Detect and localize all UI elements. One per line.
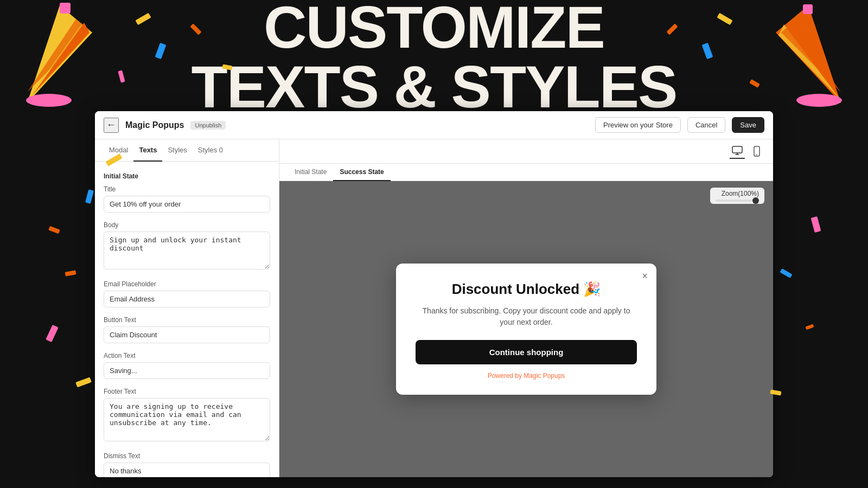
powered-by: Powered by Magic Popups <box>416 372 637 380</box>
field-group-email-placeholder: Email Placeholder <box>104 280 270 307</box>
confetti-9 <box>749 79 760 88</box>
hero-line1: CUSTOMIZE <box>264 0 604 57</box>
svg-rect-11 <box>803 4 813 14</box>
email-placeholder-input[interactable] <box>104 291 270 307</box>
field-label-title: Title <box>104 185 270 193</box>
svg-point-10 <box>796 94 842 107</box>
continue-shopping-button[interactable]: Continue shopping <box>416 340 637 364</box>
tab-texts[interactable]: Texts <box>133 139 162 162</box>
confetti-outer-6 <box>780 268 792 278</box>
field-label-dismiss-text: Dismiss Text <box>104 452 270 460</box>
field-label-email-placeholder: Email Placeholder <box>104 280 270 288</box>
mobile-device-btn[interactable] <box>749 144 764 159</box>
field-group-body: Body <box>104 221 270 272</box>
preview-topbar <box>279 139 773 164</box>
right-panel: Initial State Success State Zoom(100%) <box>279 139 773 477</box>
preview-state-tabs: Initial State Success State <box>279 164 773 181</box>
confetti-2 <box>155 43 167 59</box>
confetti-1 <box>135 13 151 25</box>
confetti-outer-9 <box>811 216 821 233</box>
party-hat-left <box>5 0 92 108</box>
field-group-footer-text: Footer Text <box>104 388 270 444</box>
field-label-button-text: Button Text <box>104 316 270 324</box>
action-text-input[interactable] <box>104 362 270 379</box>
field-group-button-text: Button Text <box>104 316 270 343</box>
back-button[interactable]: ← <box>104 118 119 133</box>
preview-button[interactable]: Preview on your Store <box>595 117 681 133</box>
zoom-indicator: Zoom(100%) <box>710 188 764 204</box>
confetti-outer-4 <box>46 325 59 342</box>
state-tab-success[interactable]: Success State <box>333 164 390 181</box>
confetti-4 <box>118 70 125 82</box>
zoom-slider-thumb[interactable] <box>752 197 759 204</box>
confetti-outer-5 <box>75 377 92 388</box>
button-text-input[interactable] <box>104 326 270 343</box>
footer-text-textarea[interactable] <box>104 398 270 441</box>
save-button[interactable]: Save <box>732 117 764 133</box>
left-panel: Modal Texts Styles Styles 0 Initial Stat… <box>95 139 279 477</box>
field-group-action-text: Action Text <box>104 352 270 379</box>
cancel-button[interactable]: Cancel <box>687 117 725 133</box>
popup-title: Discount Unlocked 🎉 <box>416 281 637 298</box>
tab-styles-0[interactable]: Styles 0 <box>193 139 228 162</box>
svg-point-14 <box>756 155 757 156</box>
tab-styles[interactable]: Styles <box>162 139 192 162</box>
status-badge[interactable]: Unpublish <box>190 121 226 130</box>
content-area: Modal Texts Styles Styles 0 Initial Stat… <box>95 139 773 477</box>
body-textarea[interactable] <box>104 232 270 269</box>
left-panel-content: Initial State Title Body Email Placehold… <box>95 162 279 477</box>
svg-rect-12 <box>732 146 742 153</box>
zoom-label: Zoom(100%) <box>722 190 759 197</box>
section-label: Initial State <box>104 172 270 180</box>
field-label-footer-text: Footer Text <box>104 388 270 395</box>
editor-container: ← Magic Popups Unpublish Preview on your… <box>95 111 773 477</box>
hero-section: CUSTOMIZE TEXTS & STYLES <box>0 0 868 114</box>
svg-rect-6 <box>60 3 71 14</box>
confetti-outer-7 <box>805 324 814 330</box>
field-label-body: Body <box>104 221 270 229</box>
zoom-slider[interactable] <box>716 200 759 202</box>
hero-title: CUSTOMIZE TEXTS & STYLES <box>192 0 677 114</box>
popup-modal: × Discount Unlocked 🎉 Thanks for subscri… <box>396 264 656 395</box>
field-label-action-text: Action Text <box>104 352 270 359</box>
preview-area: Zoom(100%) × Discount Unlocked 🎉 Thanks … <box>279 181 773 477</box>
title-input[interactable] <box>104 196 270 213</box>
field-group-dismiss-text: Dismiss Text <box>104 452 270 477</box>
svg-point-4 <box>26 94 72 107</box>
popup-body: Thanks for subscribing. Copy your discou… <box>416 305 637 328</box>
confetti-outer-3 <box>65 270 76 276</box>
topbar: ← Magic Popups Unpublish Preview on your… <box>95 111 773 139</box>
confetti-outer-2 <box>85 189 94 204</box>
state-tab-initial[interactable]: Initial State <box>288 164 333 181</box>
dismiss-text-input[interactable] <box>104 463 270 477</box>
tab-bar: Modal Texts Styles Styles 0 <box>95 139 279 162</box>
hero-line2: TEXTS & STYLES <box>192 57 677 114</box>
confetti-6 <box>717 13 732 25</box>
desktop-device-btn[interactable] <box>730 144 745 159</box>
app-title: Magic Popups <box>125 120 184 130</box>
popup-close-button[interactable]: × <box>642 271 648 281</box>
confetti-7 <box>702 43 713 59</box>
party-hat-right <box>776 0 863 108</box>
field-group-title: Title <box>104 185 270 213</box>
